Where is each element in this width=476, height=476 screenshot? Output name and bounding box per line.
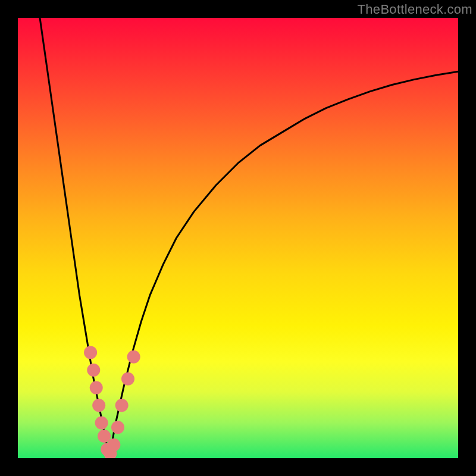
marker-dot (127, 350, 140, 364)
marker-dot (98, 430, 111, 443)
chart-svg (18, 18, 458, 458)
marker-dot (84, 346, 97, 359)
marker-dot (111, 421, 124, 434)
chart-container: TheBottleneck.com (0, 0, 476, 476)
marker-dot (92, 399, 105, 412)
marker-dot (87, 364, 100, 377)
marker-dot (107, 439, 120, 452)
marker-dot (95, 416, 108, 430)
marker-dot (90, 381, 103, 394)
marker-dot (115, 399, 129, 412)
watermark: TheBottleneck.com (358, 2, 472, 17)
plot-area (18, 18, 458, 458)
curve-right-branch (109, 71, 458, 458)
marker-dot (121, 372, 134, 386)
